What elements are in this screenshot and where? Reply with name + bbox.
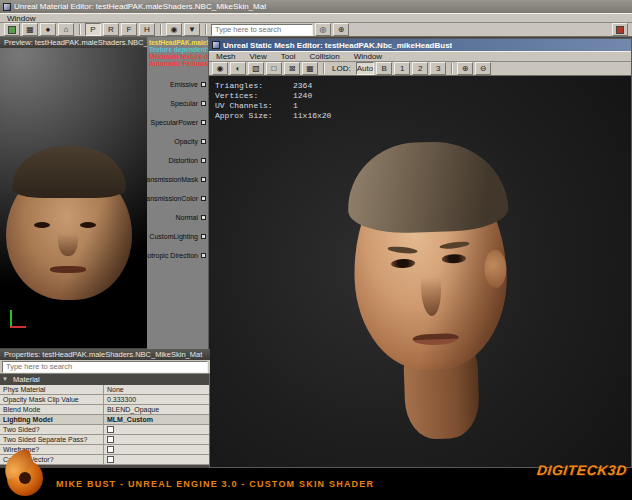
lod-3-button[interactable]: 3	[430, 62, 446, 75]
lod-2-button[interactable]: 2	[412, 62, 428, 75]
digiteck-logo: DIGITECK3D	[536, 462, 627, 478]
menu-tool[interactable]: Tool	[274, 52, 303, 61]
input-connector[interactable]	[201, 253, 206, 258]
preview-shape-button[interactable]: ●	[40, 23, 56, 36]
menu-collision[interactable]: Collision	[302, 52, 346, 61]
camera-button[interactable]: ◉	[166, 23, 182, 36]
toggle-h-button[interactable]: H	[139, 23, 155, 36]
menu-mesh[interactable]: Mesh	[209, 52, 243, 61]
zoom-button[interactable]: ⊕	[333, 23, 349, 36]
grid-toggle-button[interactable]: ▦	[22, 23, 38, 36]
material-input-row[interactable]: Distortion	[147, 157, 208, 167]
input-connector[interactable]	[201, 101, 206, 106]
home-button[interactable]: ⌂	[58, 23, 74, 36]
checkbox[interactable]	[107, 436, 114, 443]
lod-1-button[interactable]: 1	[394, 62, 410, 75]
toolbar-separator	[323, 63, 324, 74]
graph-info-line: Automatic Fallback: Failed	[149, 60, 208, 67]
material-input-row[interactable]: TransmissionColor	[147, 195, 208, 205]
dropdown-button[interactable]: ▼	[184, 23, 200, 36]
footer-caption: MIKE BUST - UNREAL ENGINE 3.0 - CUSTOM S…	[56, 479, 374, 489]
material-preview-viewport[interactable]	[0, 48, 147, 348]
zoom-in-button[interactable]: ⊕	[457, 62, 473, 75]
screen: Unreal Material Editor: testHeadPAK.male…	[0, 0, 632, 500]
material-graph-panel[interactable]: testHeadPAK.maleShaders.NBC Texture depe…	[147, 37, 208, 349]
property-row-lighting-model[interactable]: Lighting Model MLM_Custom	[0, 415, 209, 425]
wireframe-button[interactable]: ▧	[248, 62, 264, 75]
lit-mode-icon: ◐	[236, 65, 241, 73]
menu-view[interactable]: View	[243, 52, 274, 61]
property-row-phys-material[interactable]: Phys Material None	[0, 385, 209, 395]
graph-info-line: testHeadPAK.maleShaders.NBC	[149, 39, 208, 46]
red-indicator-button[interactable]	[612, 23, 628, 36]
preview-head-eye	[34, 222, 50, 228]
properties-search-input[interactable]	[2, 361, 208, 373]
material-input-row[interactable]: TransmissionMask	[147, 176, 208, 186]
collision-button[interactable]: ⊠	[284, 62, 300, 75]
camera-icon: ◉	[217, 65, 224, 73]
material-editor-title: Unreal Material Editor: testHeadPAK.male…	[14, 2, 266, 11]
material-input-row[interactable]: CustomLighting	[147, 233, 208, 243]
input-connector[interactable]	[201, 158, 206, 163]
stat-approx-size: Approx Size:11x16x20	[215, 111, 331, 121]
preview-head-nose	[58, 224, 78, 256]
mesh-head-model	[344, 131, 523, 447]
preview-head-hair	[12, 146, 126, 198]
grid-button[interactable]: ▦	[302, 62, 318, 75]
input-connector[interactable]	[201, 120, 206, 125]
material-input-label: Distortion	[168, 157, 198, 164]
property-row-blend-mode[interactable]: Blend Mode BLEND_Opaque	[0, 405, 209, 415]
menu-window[interactable]: Window	[0, 14, 42, 23]
preview-panel-titlebar[interactable]: Preview: testHeadPAK.maleShaders.NBC_Mik…	[0, 37, 147, 48]
sme-titlebar[interactable]: Unreal Static Mesh Editor: testHeadPAK.N…	[209, 39, 631, 51]
input-connector[interactable]	[201, 177, 206, 182]
properties-panel-titlebar[interactable]: Properties: testHeadPAK.maleShaders.NBC_…	[0, 349, 210, 360]
material-input-row[interactable]: Emissive	[147, 81, 208, 91]
toggle-p-button[interactable]: P	[85, 23, 101, 36]
toolbar-separator	[451, 63, 452, 74]
material-input-row[interactable]: SpecularPower	[147, 119, 208, 129]
sphere-icon: ●	[46, 26, 51, 34]
collision-icon: ⊠	[289, 65, 296, 73]
property-row-opacity-mask-clip[interactable]: Opacity Mask Clip Value 0.333300	[0, 395, 209, 405]
camera-mode-button[interactable]: ◉	[212, 62, 228, 75]
menu-window-sme[interactable]: Window	[347, 52, 389, 61]
search-button[interactable]: ◎	[315, 23, 331, 36]
zoom-out-button[interactable]: ⊖	[475, 62, 491, 75]
material-input-row[interactable]: Normal	[147, 214, 208, 224]
material-input-row[interactable]: Anisotropic Direction	[147, 252, 208, 262]
grid-icon: ▦	[306, 65, 314, 73]
toggle-r-button[interactable]: R	[103, 23, 119, 36]
properties-search-row	[0, 360, 210, 374]
search-icon: ◎	[320, 26, 327, 34]
material-input-row[interactable]: Specular	[147, 100, 208, 110]
collapse-icon: ▼	[2, 374, 8, 385]
sme-window-icon	[212, 41, 220, 49]
material-input-row[interactable]: Opacity	[147, 138, 208, 148]
property-row-two-sided-separate-pass[interactable]: Two Sided Separate Pass?	[0, 435, 209, 445]
material-search-input[interactable]	[211, 24, 313, 36]
input-connector[interactable]	[201, 139, 206, 144]
lod-label: LOD:	[332, 64, 351, 73]
bounds-button[interactable]: □	[266, 62, 282, 75]
lod-base-button[interactable]: B	[376, 62, 392, 75]
background-color-button[interactable]	[4, 23, 20, 36]
sme-viewport[interactable]: Triangles:2364 Vertices:1240 UV Channels…	[209, 76, 631, 467]
head-hair	[346, 139, 509, 235]
input-connector[interactable]	[201, 196, 206, 201]
checkbox[interactable]	[107, 446, 114, 453]
input-connector[interactable]	[201, 215, 206, 220]
input-connector[interactable]	[201, 82, 206, 87]
checkbox[interactable]	[107, 456, 114, 463]
toggle-f-button[interactable]: F	[121, 23, 137, 36]
lod-auto-button[interactable]: Auto	[356, 62, 374, 75]
phoenix-core	[19, 472, 31, 484]
lit-mode-button[interactable]: ◐	[230, 62, 246, 75]
material-section-header[interactable]: ▼ Material	[0, 374, 209, 385]
checkbox[interactable]	[107, 426, 114, 433]
material-editor-menubar: Window	[0, 13, 632, 23]
input-connector[interactable]	[201, 234, 206, 239]
property-row-two-sided[interactable]: Two Sided?	[0, 425, 209, 435]
material-editor-titlebar[interactable]: Unreal Material Editor: testHeadPAK.male…	[0, 0, 632, 13]
red-swatch-icon	[616, 26, 624, 34]
